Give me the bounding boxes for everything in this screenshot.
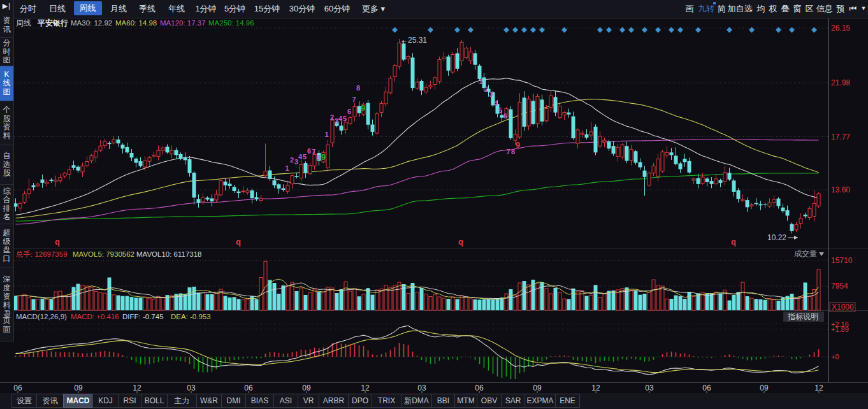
svg-text:指标说明: 指标说明 [787,312,818,321]
svg-text:成交量: 成交量 [794,249,817,258]
svg-text:12: 12 [361,384,370,392]
svg-text:21.98: 21.98 [831,78,850,87]
svg-text:总手: 12697359: 总手: 12697359 [15,250,68,258]
svg-text:06: 06 [244,384,253,392]
svg-text:q: q [458,237,463,247]
svg-text:2: 2 [484,85,488,93]
svg-text:12: 12 [591,384,600,392]
svg-text:5: 5 [343,115,347,122]
svg-text:3: 3 [489,90,493,98]
svg-text:10.22: 10.22 [767,233,786,242]
svg-text:DEA: -0.953: DEA: -0.953 [171,313,211,320]
svg-text:6: 6 [503,112,507,120]
svg-text:←25.31: ←25.31 [400,36,427,45]
svg-text:7954: 7954 [831,282,848,291]
svg-text:06: 06 [13,384,22,392]
svg-text:6: 6 [347,108,351,115]
svg-text:09: 09 [760,384,769,392]
svg-text:12: 12 [133,384,141,392]
svg-text:9: 9 [321,153,326,162]
svg-text:09: 09 [533,384,542,392]
svg-text:26.15: 26.15 [831,24,850,32]
svg-text:06: 06 [702,384,711,392]
svg-text:09: 09 [74,384,83,392]
svg-text:1: 1 [324,131,328,138]
svg-text:7: 7 [352,96,356,103]
svg-text:1: 1 [479,78,482,85]
svg-text:03: 03 [417,384,426,392]
svg-text:MAVOL5: 7930562: MAVOL5: 7930562 [73,250,134,258]
svg-text:X1000: X1000 [832,303,854,312]
svg-text:q: q [236,237,241,247]
svg-text:1: 1 [285,164,289,172]
svg-text:MACD(12,26,9): MACD(12,26,9) [16,313,67,320]
svg-text:09: 09 [302,384,311,392]
svg-text:4: 4 [494,99,498,107]
svg-text:17.77: 17.77 [831,133,850,141]
svg-text:6: 6 [307,147,311,155]
svg-text:9: 9 [361,104,365,113]
svg-text:7: 7 [312,148,315,155]
svg-text:8: 8 [316,154,320,161]
svg-text:+1.89: +1.89 [831,326,849,333]
svg-text:q: q [731,237,736,247]
svg-text:12: 12 [814,384,823,392]
svg-text:MA60: 14.98: MA60: 14.98 [115,19,157,27]
svg-text:平安银行: 平安银行 [37,18,68,27]
svg-text:5: 5 [303,153,307,161]
svg-text:4: 4 [298,153,303,161]
svg-text:周线: 周线 [16,18,31,27]
svg-text:03: 03 [187,384,196,392]
svg-text:+0: +0 [831,353,839,361]
svg-text:5: 5 [498,106,502,114]
svg-text:q: q [55,237,60,247]
svg-text:4: 4 [338,115,343,122]
svg-text:MA120: 17.37: MA120: 17.37 [160,19,206,27]
svg-text:2: 2 [290,156,294,164]
svg-text:7: 7 [506,148,510,155]
svg-text:8: 8 [356,84,360,92]
svg-text:MA30: 12.92: MA30: 12.92 [71,19,112,27]
svg-text:8: 8 [511,148,515,155]
svg-text:DIFF: -0.745: DIFF: -0.745 [122,313,164,320]
svg-text:MACD: +0.416: MACD: +0.416 [71,313,119,320]
svg-text:15710: 15710 [831,256,853,265]
svg-text:03: 03 [645,384,654,392]
svg-text:MA250: 14.96: MA250: 14.96 [208,19,254,27]
svg-text:MAVOL10: 6117318: MAVOL10: 6117318 [136,250,202,258]
svg-text:06: 06 [475,384,484,392]
svg-text:2: 2 [330,113,334,121]
svg-text:13.60: 13.60 [831,185,850,194]
svg-text:9: 9 [516,140,520,150]
